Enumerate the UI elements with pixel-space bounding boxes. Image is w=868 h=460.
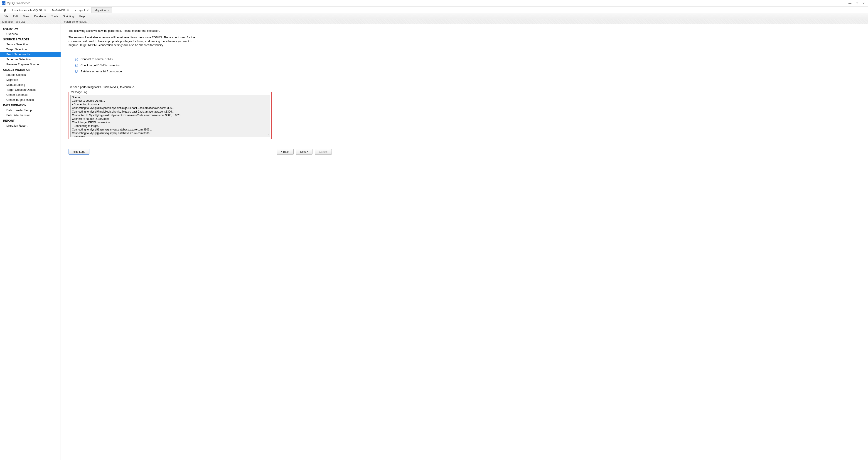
sidebar-item-schemas-selection[interactable]: Schemas Selection — [0, 57, 61, 62]
migration-task-list: OVERVIEW Overview SOURCE & TARGET Source… — [0, 24, 61, 460]
sidebar-item-reverse-engineer[interactable]: Reverse Engineer Source — [0, 62, 61, 67]
section-header: Migration Task List Fetch Schema List — [0, 19, 868, 24]
home-tab[interactable] — [2, 7, 9, 13]
task-label: Retrieve schema list from source — [81, 70, 122, 73]
tab-myjoliedb[interactable]: MyJolieDB ✕ — [49, 7, 71, 13]
sidebar-item-source-selection[interactable]: Source Selection — [0, 42, 61, 47]
intro-text-1: The following tasks will now be performe… — [68, 29, 855, 32]
menu-edit[interactable]: Edit — [11, 14, 21, 19]
sidebar-item-fetch-schemas[interactable]: Fetch Schemas List — [0, 52, 61, 57]
button-row: Hide Logs < Back Next > Cancel — [68, 149, 332, 155]
log-line: Connected — [72, 135, 269, 137]
tab-label: Migration — [95, 9, 106, 12]
intro-text-2: The names of available schemas will be r… — [68, 36, 196, 47]
log-line: - Connecting to source... — [72, 103, 269, 106]
next-button[interactable]: Next > — [296, 149, 312, 155]
sidebar-heading-data-migration: DATA MIGRATION — [0, 102, 61, 108]
scroll-up-icon[interactable]: ˄ — [268, 95, 269, 98]
tab-label: azmysql — [75, 9, 85, 12]
scrollbar[interactable]: ˄ ˅ — [266, 95, 270, 137]
tab-local-instance[interactable]: Local instance MySQL57 ✕ — [9, 7, 49, 13]
sidebar-item-migration[interactable]: Migration — [0, 78, 61, 82]
menu-help[interactable]: Help — [77, 14, 87, 19]
sidebar-header: Migration Task List — [0, 19, 61, 24]
close-icon[interactable]: ✕ — [67, 9, 69, 12]
menu-database[interactable]: Database — [32, 14, 49, 19]
log-line: Starting... — [72, 96, 269, 99]
sidebar-item-create-target-results[interactable]: Create Target Results — [0, 97, 61, 102]
menu-tools[interactable]: Tools — [49, 14, 60, 19]
sidebar-item-target-creation[interactable]: Target Creation Options — [0, 87, 61, 92]
log-line: Connecting to Mysql@azmysql.mysql.databa… — [72, 128, 269, 132]
sidebar-item-data-transfer-setup[interactable]: Data Transfer Setup — [0, 108, 61, 113]
log-line: Connected to Mysql@myjoliedb.clyeniez4xq… — [72, 114, 269, 117]
menu-file[interactable]: File — [1, 14, 10, 19]
close-icon[interactable]: ✕ — [87, 9, 89, 12]
sidebar-heading-object-migration: OBJECT MIGRATION — [0, 67, 61, 72]
log-line: Connecting to Mysql@myjoliedb.clyeniez4x… — [72, 106, 269, 110]
tab-label: Local instance MySQL57 — [12, 9, 42, 12]
task-row: Retrieve schema list from source — [75, 68, 855, 75]
close-icon[interactable]: ✕ — [862, 2, 865, 5]
sidebar-heading-overview: OVERVIEW — [0, 26, 61, 32]
menu-scripting[interactable]: Scripting — [61, 14, 76, 19]
hide-logs-button[interactable]: Hide Logs — [68, 149, 89, 155]
cancel-button[interactable]: Cancel — [315, 149, 332, 155]
sidebar-heading-report: REPORT — [0, 118, 61, 123]
log-line: Connect to source DBMS... — [72, 99, 269, 103]
finished-text: Finished performing tasks. Click [Next >… — [68, 86, 855, 89]
tab-bar: Local instance MySQL57 ✕ MyJolieDB ✕ azm… — [0, 7, 868, 13]
sidebar-heading-source-target: SOURCE & TARGET — [0, 36, 61, 42]
close-icon[interactable]: ✕ — [107, 9, 110, 12]
message-log[interactable]: Starting... Connect to source DBMS... - … — [70, 95, 270, 137]
tab-label: MyJolieDB — [52, 9, 65, 12]
task-list: Connect to source DBMS Check target DBMS… — [75, 56, 855, 75]
sidebar-item-manual-editing[interactable]: Manual Editing — [0, 82, 61, 87]
message-log-frame: Message Log Starting... Connect to sourc… — [68, 91, 272, 139]
log-line: Connecting to Mysql@azmysql.mysql.databa… — [72, 132, 269, 135]
close-icon[interactable]: ✕ — [44, 9, 46, 12]
back-button[interactable]: < Back — [277, 149, 293, 155]
window-title: MySQL Workbench — [7, 2, 848, 5]
task-row: Connect to source DBMS — [75, 56, 855, 62]
main-panel: The following tasks will now be performe… — [61, 24, 868, 460]
sidebar-item-source-objects[interactable]: Source Objects — [0, 72, 61, 78]
task-row: Check target DBMS connection — [75, 62, 855, 68]
scroll-down-icon[interactable]: ˅ — [268, 133, 269, 137]
sidebar-item-bulk-data-transfer[interactable]: Bulk Data Transfer — [0, 113, 61, 118]
menu-view[interactable]: View — [21, 14, 32, 19]
window-controls: — ☐ ✕ — [848, 2, 865, 5]
svg-rect-0 — [2, 1, 5, 5]
menu-bar: File Edit View Database Tools Scripting … — [0, 13, 868, 19]
main-header: Fetch Schema List — [61, 19, 868, 24]
sidebar-item-migration-report[interactable]: Migration Report — [0, 123, 61, 128]
log-line: - Connecting to target... — [72, 124, 269, 128]
check-icon — [75, 70, 78, 73]
log-line: Connecting to Mysql@myjoliedb.clyeniez4x… — [72, 110, 269, 114]
sidebar-item-target-selection[interactable]: Target Selection — [0, 47, 61, 52]
task-label: Check target DBMS connection — [81, 64, 120, 67]
task-label: Connect to source DBMS — [81, 58, 113, 61]
sidebar-item-overview[interactable]: Overview — [0, 32, 61, 36]
check-icon — [75, 58, 78, 61]
minimize-icon[interactable]: — — [848, 2, 851, 5]
log-line: Check target DBMS connection... — [72, 121, 269, 124]
sidebar-item-create-schemas[interactable]: Create Schemas — [0, 92, 61, 97]
check-icon — [75, 64, 78, 67]
message-log-legend: Message Log — [70, 91, 88, 94]
tab-migration[interactable]: Migration ✕ — [91, 7, 112, 13]
titlebar: MySQL Workbench — ☐ ✕ — [0, 0, 868, 7]
log-line: Connect to source DBMS done — [72, 117, 269, 121]
app-icon — [2, 1, 5, 5]
tab-azmysql[interactable]: azmysql ✕ — [71, 7, 91, 13]
content: OVERVIEW Overview SOURCE & TARGET Source… — [0, 24, 868, 460]
maximize-icon[interactable]: ☐ — [856, 2, 858, 5]
